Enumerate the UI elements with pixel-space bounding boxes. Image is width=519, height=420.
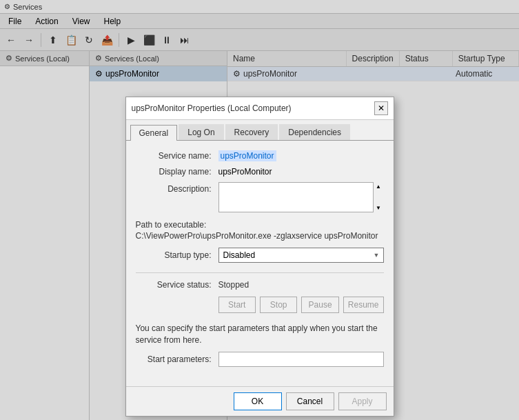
description-row: Description: ▲ ▼ — [136, 182, 384, 214]
tab-dependencies[interactable]: Dependencies — [279, 124, 350, 140]
display-name-row: Display name: upsProMonitor — [136, 167, 384, 177]
path-value: C:\ViewPowerPro\upsProMonitor.exe -zglax… — [136, 231, 384, 241]
dialog-body: Service name: upsProMonitor Display name… — [126, 141, 394, 386]
path-label: Path to executable: — [136, 220, 384, 230]
service-name-row: Service name: upsProMonitor — [136, 150, 384, 161]
resume-service-button[interactable]: Resume — [343, 297, 384, 313]
separator — [136, 272, 384, 273]
ok-button[interactable]: OK — [234, 392, 282, 410]
dialog-titlebar: upsProMonitor Properties (Local Computer… — [126, 97, 394, 120]
description-input[interactable] — [218, 182, 384, 212]
tab-general[interactable]: General — [130, 125, 178, 141]
dialog-title: upsProMonitor Properties (Local Computer… — [132, 103, 292, 113]
start-params-label: Start parameters: — [136, 354, 218, 364]
dialog-footer: OK Cancel Apply — [126, 386, 394, 416]
service-control-buttons: Start Stop Pause Resume — [136, 297, 384, 313]
tab-logon[interactable]: Log On — [179, 124, 223, 140]
start-params-input[interactable] — [218, 352, 384, 367]
service-status-value: Stopped — [218, 280, 250, 290]
start-service-button[interactable]: Start — [218, 297, 256, 313]
service-name-value: upsProMonitor — [218, 150, 276, 161]
desc-scroll-up[interactable]: ▲ — [376, 183, 381, 190]
properties-dialog: upsProMonitor Properties (Local Computer… — [125, 97, 394, 417]
display-name-value: upsProMonitor — [218, 167, 384, 177]
pause-service-button[interactable]: Pause — [301, 297, 338, 313]
startup-type-label: Startup type: — [136, 250, 218, 260]
service-status-row: Service status: Stopped — [136, 280, 384, 290]
dialog-tabs: General Log On Recovery Dependencies — [126, 120, 394, 141]
apply-button[interactable]: Apply — [338, 392, 387, 410]
path-section: Path to executable: C:\ViewPowerPro\upsP… — [136, 220, 384, 241]
modal-overlay: upsProMonitor Properties (Local Computer… — [0, 0, 519, 420]
startup-type-select-wrapper: Automatic Automatic (Delayed Start) Manu… — [218, 248, 384, 263]
start-params-row: Start parameters: — [136, 352, 384, 367]
dialog-close-button[interactable]: ✕ — [374, 101, 388, 115]
tab-recovery[interactable]: Recovery — [225, 124, 278, 140]
service-status-label: Service status: — [136, 280, 218, 290]
display-name-label: Display name: — [136, 167, 218, 177]
service-name-label: Service name: — [136, 151, 218, 161]
hint-text: You can specify the start parameters tha… — [136, 323, 384, 346]
stop-service-button[interactable]: Stop — [260, 297, 297, 313]
startup-type-row: Startup type: Automatic Automatic (Delay… — [136, 248, 384, 263]
desc-scroll-down[interactable]: ▼ — [376, 205, 381, 211]
description-label: Description: — [136, 184, 218, 194]
startup-type-select[interactable]: Automatic Automatic (Delayed Start) Manu… — [218, 248, 384, 263]
cancel-button[interactable]: Cancel — [286, 392, 334, 410]
